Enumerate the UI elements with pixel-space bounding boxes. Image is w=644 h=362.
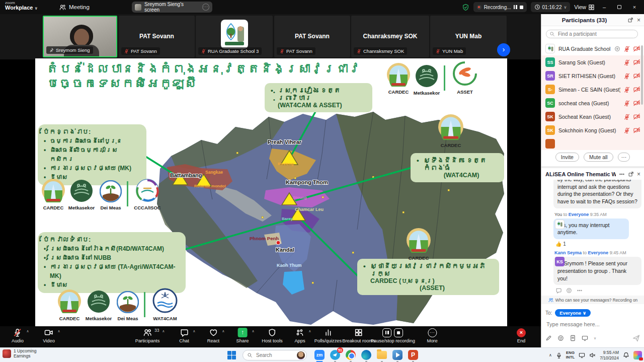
file-explorer-icon[interactable]: [376, 349, 387, 360]
participant-search[interactable]: [546, 30, 638, 38]
chevron-up-icon[interactable]: ∧: [193, 329, 195, 333]
video-tile[interactable]: PAT Sovann PAT Sovann: [274, 16, 350, 57]
language-indicator[interactable]: ENGINTL: [566, 351, 575, 359]
minimize-button[interactable]: –: [599, 4, 610, 10]
chrome-icon[interactable]: [345, 349, 356, 360]
video-tile[interactable]: RUA Graduate School 3: [196, 16, 273, 57]
participant-row[interactable]: SK Socheat Kean (Guest): [541, 110, 644, 123]
popout-icon[interactable]: [627, 17, 633, 23]
recipient-selector[interactable]: Everyone ∨: [555, 309, 591, 317]
pause-icon[interactable]: [382, 328, 391, 337]
video-button[interactable]: ∧ Video: [43, 328, 55, 343]
screenshot-icon[interactable]: [582, 335, 588, 341]
powerpoint-icon[interactable]: P: [408, 349, 419, 360]
polls-button[interactable]: Polls/quizzes: [314, 328, 342, 343]
chevron-down-icon[interactable]: ∨: [594, 336, 596, 340]
tab-shared-screen[interactable]: Sreymom Sieng's screen ···: [132, 2, 212, 13]
chat-message-input[interactable]: [545, 321, 636, 328]
tray-mic-icon[interactable]: [556, 352, 562, 358]
apps-button[interactable]: ∧ Apps: [294, 328, 305, 343]
taskbar-search[interactable]: [243, 350, 307, 360]
scrollbar[interactable]: [641, 45, 643, 105]
media-player-icon[interactable]: [392, 349, 403, 360]
share-button[interactable]: ↑∧ Share: [236, 328, 249, 343]
chevron-up-icon[interactable]: ∧: [308, 329, 311, 333]
notification-bell-icon[interactable]: [623, 352, 629, 358]
widgets-button[interactable]: 1 Upcoming Earnings: [3, 349, 36, 359]
participant-row[interactable]: [541, 137, 644, 150]
chevron-up-icon[interactable]: ∧: [222, 329, 224, 333]
host-tools-button[interactable]: Host tools: [262, 328, 282, 343]
video-tile[interactable]: PAT Sovann PAT Sovann: [119, 16, 195, 57]
video-off-icon[interactable]: [633, 86, 640, 93]
promo-app-icon[interactable]: [633, 351, 642, 359]
start-button[interactable]: [227, 351, 236, 359]
taskbar-monitor-icon[interactable]: [579, 352, 585, 358]
taskbar-search-input[interactable]: [255, 352, 293, 358]
attach-file-icon[interactable]: [570, 335, 576, 341]
mic-muted-icon[interactable]: [624, 59, 630, 65]
search-input[interactable]: [557, 31, 622, 37]
end-meeting-button[interactable]: × End: [517, 328, 526, 343]
participant-row[interactable]: SR SIET RITHISEN (Guest): [541, 69, 644, 83]
participant-row[interactable]: S- Simean - CE SAIN (Guest): [541, 83, 644, 96]
send-icon[interactable]: [632, 334, 640, 342]
participants-button[interactable]: 33 ∧ Participants: [135, 328, 160, 343]
tab-meeting[interactable]: Meeting: [59, 0, 90, 14]
more-icon[interactable]: [619, 171, 625, 177]
search-highlight-avatar[interactable]: [297, 351, 305, 359]
emoji-icon[interactable]: [557, 335, 564, 341]
next-participants-button[interactable]: ›: [497, 43, 510, 56]
mic-muted-icon[interactable]: [624, 127, 630, 133]
video-tile[interactable]: Chanraksmey SOK Chanraksmey SOK: [351, 16, 429, 57]
chat-button[interactable]: ∧ Chat: [179, 328, 189, 343]
mic-muted-icon[interactable]: [624, 114, 630, 120]
mic-muted-icon[interactable]: [624, 46, 630, 52]
tray-chevron-icon[interactable]: ∧: [549, 353, 552, 357]
mute-all-button[interactable]: Mute all: [584, 153, 613, 162]
pause-recording-button[interactable]: [514, 5, 517, 9]
pause-stop-recording-button[interactable]: Pause/stop recording: [371, 328, 415, 343]
view-button[interactable]: View: [574, 4, 595, 11]
invite-button[interactable]: Invite: [555, 153, 579, 162]
audio-button[interactable]: ∧ Audio: [12, 328, 24, 343]
taskbar-clock[interactable]: 9:55 AM7/10/2024: [600, 350, 619, 360]
participants-more-button[interactable]: ···: [618, 153, 630, 162]
security-shield-icon[interactable]: [462, 4, 469, 11]
tab-options-icon[interactable]: ···: [202, 4, 209, 11]
chevron-up-icon[interactable]: ∧: [252, 329, 254, 333]
video-tile[interactable]: YUN Mab YUN Mab: [430, 16, 507, 57]
chat-privacy-banner[interactable]: Who can see your messages? Recording on: [541, 296, 644, 304]
chevron-up-icon[interactable]: ∧: [57, 329, 60, 333]
chevron-up-icon[interactable]: ∧: [162, 329, 165, 333]
breakout-rooms-button[interactable]: Breakout rooms: [342, 328, 375, 343]
meeting-timer[interactable]: 01:16:22 ∨: [531, 2, 571, 12]
video-tile-active-speaker[interactable]: Sreymom Sieng: [43, 16, 117, 57]
participant-row[interactable]: SK Sokchhoin Kong (Guest): [541, 123, 644, 137]
telegram-icon[interactable]: 51: [330, 349, 341, 360]
chevron-down-icon[interactable]: ∨: [35, 6, 38, 11]
close-icon[interactable]: ×: [637, 17, 640, 24]
popout-icon[interactable]: [628, 171, 634, 177]
maximize-button[interactable]: [614, 4, 625, 10]
format-icon[interactable]: [545, 335, 552, 341]
video-off-icon[interactable]: [633, 59, 640, 65]
video-off-icon[interactable]: [633, 113, 640, 120]
mic-muted-icon[interactable]: [624, 73, 630, 79]
close-icon[interactable]: ×: [637, 171, 640, 178]
speaker-muted-icon[interactable]: [589, 352, 596, 358]
more-button[interactable]: ··· More: [427, 328, 437, 343]
mic-muted-icon[interactable]: [624, 87, 630, 93]
stop-icon[interactable]: [394, 328, 403, 337]
video-off-icon[interactable]: [633, 100, 640, 106]
emoji-icon[interactable]: [566, 287, 572, 294]
video-off-icon[interactable]: [633, 73, 640, 79]
chevron-up-icon[interactable]: ∧: [26, 329, 29, 333]
chat-messages[interactable]: by the way, can the participants interru…: [541, 180, 644, 296]
mic-muted-icon[interactable]: [624, 100, 630, 106]
more-icon[interactable]: [577, 287, 583, 294]
participant-row[interactable]: SC socheat chea (Guest): [541, 96, 644, 110]
message-reaction[interactable]: 👍 1: [555, 241, 641, 247]
reply-icon[interactable]: [555, 287, 561, 294]
participant-row[interactable]: RUA Graduate School 3: [541, 42, 644, 55]
